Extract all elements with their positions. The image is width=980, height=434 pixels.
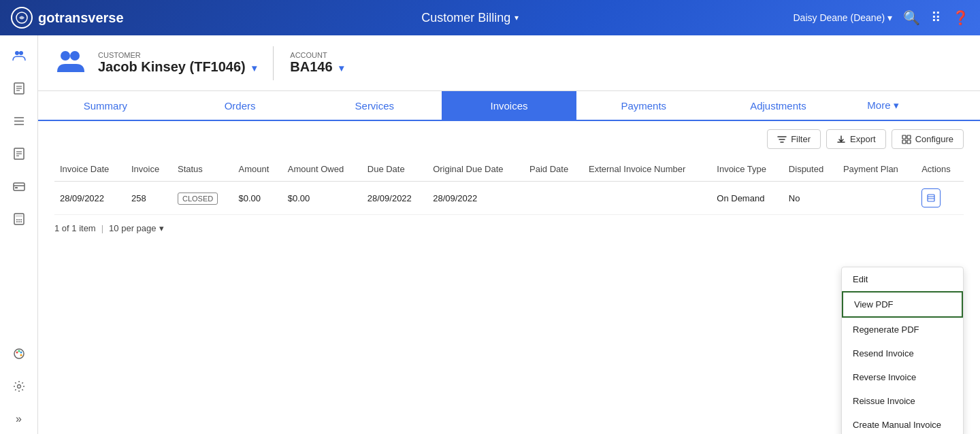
toolbar: Filter Export Configure [38, 121, 980, 157]
sidebar-item-customers[interactable] [4, 41, 34, 71]
brand[interactable]: gotransverse [11, 7, 147, 29]
svg-rect-16 [15, 187, 18, 188]
export-button[interactable]: Export [826, 129, 886, 149]
col-due-date: Due Date [362, 157, 427, 182]
sidebar-item-calculator[interactable] [4, 204, 34, 234]
account-caret: ▾ [339, 63, 344, 73]
sidebar-item-list[interactable] [4, 106, 34, 136]
actions-button[interactable] [921, 188, 941, 207]
filter-icon [777, 135, 787, 144]
customer-label: CUSTOMER [98, 51, 257, 59]
cell-payment-plan [838, 182, 916, 215]
menu-item-resend-invoice[interactable]: Resend Invoice [842, 341, 963, 365]
svg-rect-37 [928, 195, 934, 201]
navbar-title-caret: ▾ [514, 13, 519, 22]
col-amount-owed: Amount Owed [282, 157, 362, 182]
menu-item-reverse-invoice[interactable]: Reverse Invoice [842, 365, 963, 389]
table-row: 28/09/2022 258 CLOSED $0.00 $0.00 28/09/… [54, 182, 964, 215]
menu-item-regenerate-pdf[interactable]: Regenerate PDF [842, 318, 963, 341]
svg-point-19 [16, 219, 18, 220]
filter-button[interactable]: Filter [767, 129, 821, 149]
layout: » CUSTOMER Jacob Kinsey (TF1046) ▾ [0, 35, 980, 434]
sidebar-item-reports[interactable] [4, 139, 34, 169]
cell-amount: $0.00 [233, 182, 282, 215]
tab-adjustments[interactable]: Adjustments [711, 91, 846, 120]
actions-icon [926, 193, 936, 203]
svg-point-2 [19, 51, 23, 55]
tab-payments[interactable]: Payments [576, 91, 711, 120]
account-info: ACCOUNT BA146 ▾ [290, 51, 344, 75]
pagination-separator: | [101, 223, 103, 233]
search-icon[interactable]: 🔍 [903, 10, 920, 26]
menu-item-reissue-invoice[interactable]: Reissue Invoice [842, 389, 963, 413]
svg-rect-36 [907, 140, 911, 144]
customer-avatar [54, 44, 87, 82]
configure-button[interactable]: Configure [892, 129, 964, 149]
navbar-title[interactable]: Customer Billing ▾ [147, 11, 793, 25]
main-content: CUSTOMER Jacob Kinsey (TF1046) ▾ ACCOUNT… [38, 35, 980, 434]
col-status: Status [172, 157, 233, 182]
invoices-table-container: Invoice Date Invoice Status Amount Amoun… [38, 157, 980, 215]
svg-point-30 [17, 385, 20, 388]
col-disputed: Disputed [783, 157, 838, 182]
cell-external-invoice-number [583, 182, 711, 215]
sidebar-item-payments[interactable] [4, 171, 34, 201]
tab-services[interactable]: Services [307, 91, 442, 120]
svg-point-1 [15, 51, 19, 55]
cell-actions [916, 182, 964, 215]
sidebar-item-documents[interactable] [4, 73, 34, 103]
svg-point-20 [18, 219, 20, 220]
cell-disputed: No [783, 182, 838, 215]
svg-rect-33 [902, 135, 906, 139]
col-original-due-date: Original Due Date [427, 157, 524, 182]
col-invoice: Invoice [126, 157, 172, 182]
cell-amount-owed: $0.00 [282, 182, 362, 215]
customer-info: CUSTOMER Jacob Kinsey (TF1046) ▾ [98, 51, 257, 75]
col-external-invoice-number: External Invoice Number [583, 157, 711, 182]
pagination-text: 1 of 1 item [54, 223, 96, 233]
tab-summary[interactable]: Summary [38, 91, 173, 120]
col-payment-plan: Payment Plan [838, 157, 916, 182]
sidebar-expand-button[interactable]: » [4, 404, 34, 434]
sidebar-item-settings[interactable] [4, 371, 34, 401]
col-invoice-date: Invoice Date [54, 157, 126, 182]
account-label: ACCOUNT [290, 51, 344, 59]
brand-icon [11, 7, 33, 29]
brand-name: gotransverse [38, 10, 124, 26]
customer-name[interactable]: Jacob Kinsey (TF1046) ▾ [98, 59, 257, 75]
per-page-select[interactable]: 10 per page ▾ [109, 223, 163, 233]
invoices-table: Invoice Date Invoice Status Amount Amoun… [54, 157, 964, 215]
cell-due-date: 28/09/2022 [362, 182, 427, 215]
col-actions: Actions [916, 157, 964, 182]
pagination: 1 of 1 item | 10 per page ▾ [38, 215, 980, 241]
svg-rect-35 [902, 140, 906, 144]
svg-rect-18 [16, 215, 22, 217]
status-badge: CLOSED [178, 193, 218, 205]
tabs-bar: Summary Orders Services Invoices Payment… [38, 91, 980, 121]
user-menu[interactable]: Daisy Deane (Deane) ▾ [793, 12, 892, 23]
cell-invoice-type: On Demand [711, 182, 783, 215]
svg-point-23 [18, 221, 20, 222]
help-icon[interactable]: ❓ [952, 10, 969, 26]
customer-caret: ▾ [252, 63, 257, 73]
menu-item-create-manual-invoice[interactable]: Create Manual Invoice [842, 413, 963, 434]
col-paid-date: Paid Date [524, 157, 583, 182]
svg-point-26 [16, 352, 18, 354]
svg-point-28 [20, 352, 22, 354]
tab-more[interactable]: More ▾ [845, 91, 980, 120]
cell-paid-date [524, 182, 583, 215]
sidebar-item-palette[interactable] [4, 339, 34, 369]
svg-rect-34 [907, 135, 911, 139]
account-number[interactable]: BA146 ▾ [290, 59, 344, 75]
svg-point-27 [18, 350, 20, 352]
cell-invoice-date: 28/09/2022 [54, 182, 126, 215]
menu-item-edit[interactable]: Edit [842, 267, 963, 291]
export-icon [836, 135, 846, 144]
header-divider [273, 46, 274, 80]
svg-point-24 [20, 221, 22, 222]
navbar-right: Daisy Deane (Deane) ▾ 🔍 ⠿ ❓ [793, 10, 969, 26]
grid-icon[interactable]: ⠿ [931, 10, 941, 26]
tab-invoices[interactable]: Invoices [442, 91, 576, 120]
menu-item-view-pdf[interactable]: View PDF [842, 291, 963, 318]
tab-orders[interactable]: Orders [173, 91, 308, 120]
